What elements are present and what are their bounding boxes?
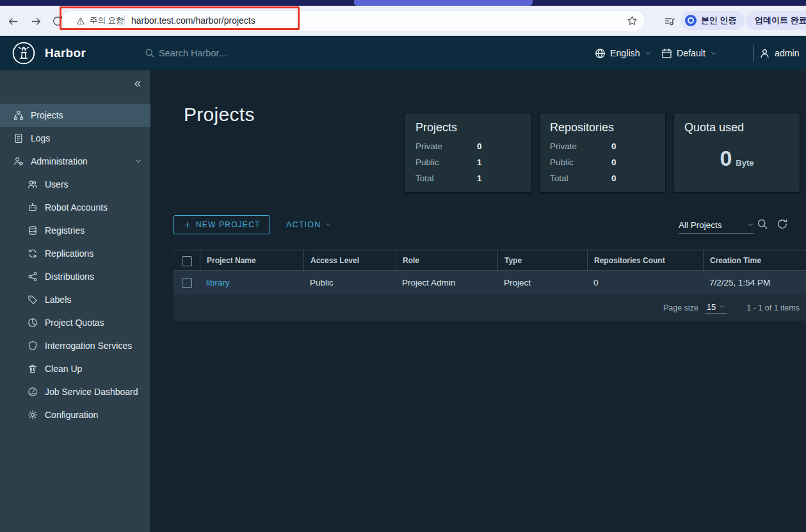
new-project-button[interactable]: NEW PROJECT bbox=[173, 215, 270, 234]
column-header-role: Role bbox=[396, 250, 497, 271]
double-chevron-left-icon bbox=[133, 79, 143, 89]
stat-value: 0 bbox=[611, 139, 617, 154]
update-complete-button[interactable]: 업데이트 완료 bbox=[746, 11, 806, 30]
sidebar-nav: Projects Logs Administration Users Robot… bbox=[0, 104, 150, 426]
quota-unit: Byte bbox=[736, 158, 754, 168]
harbor-header: Harbor Search Harbor... English Default … bbox=[0, 36, 806, 70]
stat-label: Total bbox=[415, 171, 477, 186]
browser-toolbar: 주의 요함 harbor.test.com/harbor/projects 본인… bbox=[0, 6, 806, 36]
sidebar-collapse-button[interactable] bbox=[133, 79, 143, 89]
select-all-checkbox[interactable] bbox=[182, 256, 192, 266]
sidebar-item-robot-accounts[interactable]: Robot Accounts bbox=[0, 196, 150, 219]
security-warning-icon[interactable] bbox=[76, 17, 85, 26]
chevron-down-icon bbox=[804, 50, 806, 57]
sidebar-item-replications[interactable]: Replications bbox=[0, 242, 150, 265]
sidebar-item-administration[interactable]: Administration bbox=[0, 150, 150, 173]
cell-access-level: Public bbox=[303, 278, 396, 287]
sidebar-item-label: Distributions bbox=[45, 271, 94, 282]
sidebar-item-job-service-dashboard[interactable]: Job Service Dashboard bbox=[0, 380, 150, 403]
cell-role: Project Admin bbox=[396, 278, 497, 287]
sidebar-item-clean-up[interactable]: Clean Up bbox=[0, 357, 150, 380]
page-size-select[interactable]: 15 bbox=[705, 302, 727, 314]
sidebar-item-label: Robot Accounts bbox=[45, 202, 108, 213]
sidebar-item-interrogation-services[interactable]: Interrogation Services bbox=[0, 334, 150, 357]
robot-icon bbox=[28, 202, 38, 213]
action-label: ACTION bbox=[286, 220, 321, 229]
page-title: Projects bbox=[184, 104, 255, 125]
quota-icon bbox=[28, 318, 38, 328]
sidebar-item-label: Logs bbox=[31, 133, 50, 143]
table-header: Project Name Access Level Role Type Repo… bbox=[173, 250, 806, 271]
items-range: 1 - 1 of 1 items bbox=[746, 303, 800, 312]
sidebar-item-distributions[interactable]: Distributions bbox=[0, 265, 150, 288]
browser-tab-strip bbox=[0, 0, 806, 6]
media-controls-icon[interactable] bbox=[663, 15, 676, 28]
user-menu[interactable]: admin bbox=[759, 36, 806, 70]
sidebar-item-label: Configuration bbox=[45, 410, 98, 420]
stat-value: 1 bbox=[477, 155, 482, 170]
stat-label: Public bbox=[550, 155, 611, 170]
security-chip-label[interactable]: 주의 요함 bbox=[90, 11, 124, 31]
sidebar-item-labels[interactable]: Labels bbox=[0, 288, 150, 311]
chevron-down-icon bbox=[134, 157, 142, 165]
sidebar-item-label: Administration bbox=[31, 156, 88, 166]
page-size-value: 15 bbox=[707, 302, 716, 312]
administration-icon bbox=[13, 156, 24, 166]
theme-label: Default bbox=[677, 48, 705, 58]
filter-label: All Projects bbox=[679, 220, 722, 230]
card-title: Quota used bbox=[674, 113, 800, 138]
update-label: 업데이트 완료 bbox=[755, 15, 806, 26]
chevron-down-icon bbox=[747, 222, 754, 229]
forward-button[interactable] bbox=[29, 15, 42, 28]
row-checkbox[interactable] bbox=[182, 278, 192, 288]
project-link[interactable]: library bbox=[206, 278, 230, 287]
trash-icon bbox=[28, 364, 38, 374]
stat-value: 0 bbox=[611, 155, 617, 170]
sidebar-item-configuration[interactable]: Configuration bbox=[0, 403, 150, 426]
sidebar: Projects Logs Administration Users Robot… bbox=[0, 70, 150, 532]
stat-label: Private bbox=[550, 139, 611, 154]
chevron-down-icon bbox=[719, 303, 725, 310]
table-row[interactable]: library Public Project Admin Project 0 7… bbox=[173, 271, 806, 294]
refresh-icon[interactable] bbox=[777, 218, 788, 230]
user-icon bbox=[759, 48, 770, 59]
sidebar-item-logs[interactable]: Logs bbox=[0, 127, 150, 150]
brand-name[interactable]: Harbor bbox=[45, 36, 86, 70]
stat-label: Total bbox=[550, 171, 611, 186]
sidebar-item-label: Project Quotas bbox=[45, 318, 104, 328]
language-label: English bbox=[610, 48, 640, 58]
sidebar-item-project-quotas[interactable]: Project Quotas bbox=[0, 311, 150, 334]
sidebar-item-projects[interactable]: Projects bbox=[0, 104, 150, 127]
bookmark-star-icon[interactable] bbox=[627, 15, 638, 26]
plus-icon bbox=[183, 221, 191, 229]
global-search-input[interactable]: Search Harbor... bbox=[159, 36, 227, 70]
language-menu[interactable]: English bbox=[595, 36, 652, 70]
users-icon bbox=[28, 179, 38, 189]
back-button[interactable] bbox=[6, 15, 19, 28]
verify-label: 본인 인증 bbox=[701, 15, 737, 26]
address-bar[interactable]: 주의 요함 harbor.test.com/harbor/projects bbox=[61, 10, 645, 31]
sidebar-item-registries[interactable]: Registries bbox=[0, 219, 150, 242]
active-tab-pill[interactable] bbox=[354, 0, 533, 6]
sidebar-item-label: Replications bbox=[45, 248, 93, 259]
global-search-icon[interactable] bbox=[145, 48, 155, 58]
project-filter-select[interactable]: All Projects bbox=[679, 217, 754, 234]
url-text[interactable]: harbor.test.com/harbor/projects bbox=[131, 11, 255, 31]
quota-value: 0 bbox=[720, 146, 732, 171]
user-label: admin bbox=[775, 48, 800, 58]
lighthouse-icon bbox=[12, 41, 36, 65]
cell-type: Project bbox=[497, 278, 587, 287]
projects-table: Project Name Access Level Role Type Repo… bbox=[173, 250, 806, 321]
projects-summary-card: Projects Private0 Public1 Total1 bbox=[405, 113, 531, 193]
action-dropdown[interactable]: ACTION bbox=[286, 215, 332, 234]
harbor-logo[interactable] bbox=[12, 41, 36, 68]
column-header-access-level: Access Level bbox=[303, 250, 396, 271]
theme-menu[interactable]: Default bbox=[661, 36, 717, 70]
sidebar-item-label: Job Service Dashboard bbox=[45, 387, 138, 397]
main-content: Projects Projects Private0 Public1 Total… bbox=[150, 70, 806, 532]
identity-verify-button[interactable]: 본인 인증 bbox=[681, 11, 745, 30]
search-projects-icon[interactable] bbox=[757, 218, 768, 230]
sidebar-item-users[interactable]: Users bbox=[0, 173, 150, 196]
sidebar-item-label: Projects bbox=[31, 110, 63, 120]
tag-icon bbox=[28, 294, 38, 305]
